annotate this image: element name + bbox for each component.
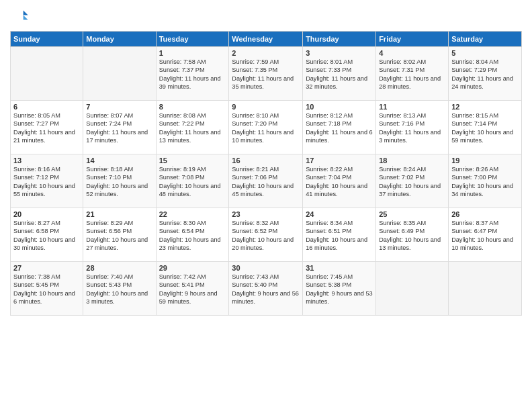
cell-content: Sunrise: 8:05 AM Sunset: 7:27 PM Dayligh… [13,111,80,145]
cell-content: Sunrise: 8:18 AM Sunset: 7:10 PM Dayligh… [86,165,152,199]
svg-marker-0 [24,11,28,15]
calendar-cell [83,47,156,101]
calendar-cell [11,47,83,101]
day-number: 16 [232,156,300,165]
cell-content: Sunrise: 8:15 AM Sunset: 7:14 PM Dayligh… [451,111,519,145]
day-number: 20 [13,210,80,218]
week-row-5: 27Sunrise: 7:38 AM Sunset: 5:45 PM Dayli… [11,262,522,316]
day-number: 19 [451,156,519,165]
calendar-cell: 26Sunrise: 8:37 AM Sunset: 6:47 PM Dayli… [449,208,522,262]
column-header-monday: Monday [83,32,156,47]
day-number: 14 [86,156,152,165]
calendar-cell: 23Sunrise: 8:32 AM Sunset: 6:52 PM Dayli… [229,208,303,262]
cell-content: Sunrise: 8:01 AM Sunset: 7:33 PM Dayligh… [306,58,373,91]
cell-content: Sunrise: 7:59 AM Sunset: 7:35 PM Dayligh… [232,58,300,91]
main-container: SundayMondayTuesdayWednesdayThursdayFrid… [0,0,532,322]
calendar-table: SundayMondayTuesdayWednesdayThursdayFrid… [10,31,522,316]
cell-content: Sunrise: 7:58 AM Sunset: 7:37 PM Dayligh… [159,58,226,91]
cell-content: Sunrise: 8:19 AM Sunset: 7:08 PM Dayligh… [159,165,226,199]
calendar-cell: 16Sunrise: 8:21 AM Sunset: 7:06 PM Dayli… [229,154,303,208]
column-header-wednesday: Wednesday [229,32,303,47]
day-number: 9 [232,103,300,111]
calendar-cell: 21Sunrise: 8:29 AM Sunset: 6:56 PM Dayli… [83,208,156,262]
cell-content: Sunrise: 8:04 AM Sunset: 7:29 PM Dayligh… [451,58,519,91]
cell-content: Sunrise: 8:29 AM Sunset: 6:56 PM Dayligh… [86,219,152,253]
cell-content: Sunrise: 8:08 AM Sunset: 7:22 PM Dayligh… [159,111,226,145]
day-number: 8 [159,103,226,111]
day-number: 18 [379,156,445,165]
column-header-thursday: Thursday [303,32,376,47]
day-number: 29 [159,264,226,272]
header [10,7,522,26]
cell-content: Sunrise: 8:32 AM Sunset: 6:52 PM Dayligh… [232,219,300,253]
calendar-cell: 7Sunrise: 8:07 AM Sunset: 7:24 PM Daylig… [83,101,156,154]
calendar-cell: 22Sunrise: 8:30 AM Sunset: 6:54 PM Dayli… [156,208,229,262]
cell-content: Sunrise: 8:27 AM Sunset: 6:58 PM Dayligh… [13,219,80,253]
calendar-cell: 12Sunrise: 8:15 AM Sunset: 7:14 PM Dayli… [449,101,522,154]
calendar-cell: 30Sunrise: 7:43 AM Sunset: 5:40 PM Dayli… [229,262,303,316]
cell-content: Sunrise: 8:24 AM Sunset: 7:02 PM Dayligh… [379,165,445,199]
calendar-cell: 1Sunrise: 7:58 AM Sunset: 7:37 PM Daylig… [156,47,229,101]
column-header-tuesday: Tuesday [156,32,229,47]
calendar-cell: 8Sunrise: 8:08 AM Sunset: 7:22 PM Daylig… [156,101,229,154]
day-number: 3 [306,49,373,57]
day-number: 11 [379,103,445,111]
day-number: 28 [86,264,152,272]
calendar-cell: 9Sunrise: 8:10 AM Sunset: 7:20 PM Daylig… [229,101,303,154]
day-number: 23 [232,210,300,218]
cell-content: Sunrise: 8:12 AM Sunset: 7:18 PM Dayligh… [306,111,373,145]
day-number: 25 [379,210,445,218]
cell-content: Sunrise: 7:38 AM Sunset: 5:45 PM Dayligh… [13,273,80,306]
cell-content: Sunrise: 8:10 AM Sunset: 7:20 PM Dayligh… [232,111,300,145]
day-number: 15 [159,156,226,165]
day-number: 2 [232,49,300,57]
svg-marker-1 [24,15,28,20]
cell-content: Sunrise: 7:40 AM Sunset: 5:43 PM Dayligh… [86,273,152,306]
cell-content: Sunrise: 8:35 AM Sunset: 6:49 PM Dayligh… [379,219,445,253]
cell-content: Sunrise: 8:16 AM Sunset: 7:12 PM Dayligh… [13,165,80,199]
cell-content: Sunrise: 8:34 AM Sunset: 6:51 PM Dayligh… [306,219,373,253]
logo-icon [10,7,29,26]
day-number: 10 [306,103,373,111]
cell-content: Sunrise: 8:07 AM Sunset: 7:24 PM Dayligh… [86,111,152,145]
cell-content: Sunrise: 8:13 AM Sunset: 7:16 PM Dayligh… [379,111,445,145]
calendar-cell [449,262,522,316]
day-number: 4 [379,49,445,57]
column-header-friday: Friday [376,32,449,47]
calendar-cell: 14Sunrise: 8:18 AM Sunset: 7:10 PM Dayli… [83,154,156,208]
cell-content: Sunrise: 7:43 AM Sunset: 5:40 PM Dayligh… [232,273,300,306]
week-row-4: 20Sunrise: 8:27 AM Sunset: 6:58 PM Dayli… [11,208,522,262]
column-header-saturday: Saturday [449,32,522,47]
calendar-cell: 19Sunrise: 8:26 AM Sunset: 7:00 PM Dayli… [449,154,522,208]
calendar-cell: 6Sunrise: 8:05 AM Sunset: 7:27 PM Daylig… [11,101,83,154]
cell-content: Sunrise: 8:22 AM Sunset: 7:04 PM Dayligh… [306,165,373,199]
cell-content: Sunrise: 8:21 AM Sunset: 7:06 PM Dayligh… [232,165,300,199]
day-number: 13 [13,156,80,165]
calendar-cell: 18Sunrise: 8:24 AM Sunset: 7:02 PM Dayli… [376,154,449,208]
header-row: SundayMondayTuesdayWednesdayThursdayFrid… [11,32,522,47]
day-number: 24 [306,210,373,218]
calendar-cell: 2Sunrise: 7:59 AM Sunset: 7:35 PM Daylig… [229,47,303,101]
day-number: 27 [13,264,80,272]
day-number: 6 [13,103,80,111]
cell-content: Sunrise: 8:37 AM Sunset: 6:47 PM Dayligh… [451,219,519,253]
calendar-cell: 10Sunrise: 8:12 AM Sunset: 7:18 PM Dayli… [303,101,376,154]
day-number: 30 [232,264,300,272]
day-number: 26 [451,210,519,218]
calendar-cell: 27Sunrise: 7:38 AM Sunset: 5:45 PM Dayli… [11,262,83,316]
day-number: 5 [451,49,519,57]
calendar-cell: 5Sunrise: 8:04 AM Sunset: 7:29 PM Daylig… [449,47,522,101]
day-number: 22 [159,210,226,218]
week-row-2: 6Sunrise: 8:05 AM Sunset: 7:27 PM Daylig… [11,101,522,154]
calendar-cell: 28Sunrise: 7:40 AM Sunset: 5:43 PM Dayli… [83,262,156,316]
calendar-cell [376,262,449,316]
cell-content: Sunrise: 7:45 AM Sunset: 5:38 PM Dayligh… [306,273,373,306]
calendar-cell: 31Sunrise: 7:45 AM Sunset: 5:38 PM Dayli… [303,262,376,316]
day-number: 12 [451,103,519,111]
calendar-cell: 13Sunrise: 8:16 AM Sunset: 7:12 PM Dayli… [11,154,83,208]
calendar-cell: 3Sunrise: 8:01 AM Sunset: 7:33 PM Daylig… [303,47,376,101]
calendar-cell: 11Sunrise: 8:13 AM Sunset: 7:16 PM Dayli… [376,101,449,154]
logo [10,7,32,26]
day-number: 21 [86,210,152,218]
day-number: 31 [306,264,373,272]
